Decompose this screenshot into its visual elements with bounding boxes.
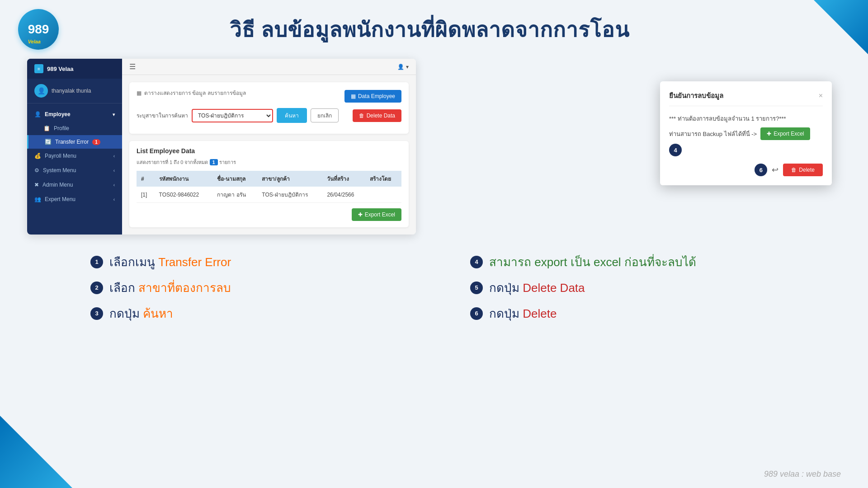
instruction-text-3: กดปุ่ม ค้นหา xyxy=(109,304,173,323)
step-circle-1: 1 xyxy=(90,256,103,268)
filter-section: ▦ ตารางแสดงรายการ ข้อมูล ลบรายการข้อมูล … xyxy=(129,82,409,134)
cancel-button[interactable]: ยกเลิก xyxy=(311,108,339,122)
topbar-user-icon: 👤 xyxy=(397,64,404,70)
col-branch: สาขา/ลูกค้า xyxy=(257,171,322,187)
col-date: วันที่สร้าง xyxy=(322,171,365,187)
instruction-item-5: 5 กดปุ่ม Delete Data xyxy=(470,278,814,297)
brand-icon: ≡ xyxy=(34,64,43,73)
cell-num: [1] xyxy=(137,187,155,203)
dialog-close-button[interactable]: × xyxy=(819,92,823,100)
sidebar-brand: ≡ 989 Velaa xyxy=(27,59,122,79)
sidebar-subitem-profile[interactable]: 📋 Profile xyxy=(27,122,122,135)
employee-data-table: # รหัสพนักงาน ชื่อ-นามสกุล สาขา/ลูกค้า ว… xyxy=(137,171,401,203)
employee-icon: 👤 xyxy=(34,111,41,117)
dialog-cancel-icon[interactable]: ↩ xyxy=(772,165,778,175)
user-dropdown-button[interactable]: 👤 ▾ xyxy=(397,64,409,70)
page-footer: 989 velaa : web base xyxy=(764,469,841,479)
data-employee-button[interactable]: ▦ Data Employee xyxy=(344,90,401,103)
col-created-by: สร้างโดย xyxy=(365,171,401,187)
data-employee-btn-label: Data Employee xyxy=(358,93,395,99)
profile-icon: 📋 xyxy=(43,125,50,131)
breadcrumb: ▦ ตารางแสดงรายการ ข้อมูล ลบรายการข้อมูล xyxy=(137,89,246,97)
instruction-text-1: เลือกเมนู Transfer Error xyxy=(109,253,231,271)
admin-icon: ✖ xyxy=(34,182,39,188)
corner-decoration-bottom-left xyxy=(0,416,72,488)
dialog-export-btn-label: Export Excel xyxy=(774,131,804,137)
dialog-delete-button[interactable]: 🗑 Delete xyxy=(783,164,823,176)
app-window: ≡ 989 Velaa 👤 thanyalak thunla 👤 Employe… xyxy=(27,59,416,235)
instructions-section: 1 เลือกเมนู Transfer Error 4 สามารถ expo… xyxy=(0,244,868,332)
highlight-search: ค้นหา xyxy=(143,307,173,320)
instruction-item-3: 3 กดปุ่ม ค้นหา xyxy=(90,304,434,323)
sidebar-subitem-transfer-error[interactable]: 🔄 Transfer Error 1 xyxy=(27,135,122,149)
user-avatar-icon: 👤 xyxy=(34,84,48,98)
instruction-item-2: 2 เลือก สาขาที่ตองการลบ xyxy=(90,278,434,297)
sidebar-brand-name: 989 Velaa xyxy=(47,66,74,72)
sidebar-user: 👤 thanyalak thunla xyxy=(27,79,122,103)
instruction-text-5: กดปุ่ม Delete Data xyxy=(489,278,585,297)
sidebar-item-expert[interactable]: 👥 Expert Menu ‹ xyxy=(27,192,122,206)
col-name: ชื่อ-นามสกุล xyxy=(212,171,257,187)
expert-icon: 👥 xyxy=(34,196,41,202)
step-6-circle: 6 xyxy=(755,164,767,176)
branch-filter-select[interactable]: TOS-ฝ่ายบฎิบัติการ xyxy=(192,109,273,122)
dialog-excel-icon: ✚ xyxy=(767,131,771,137)
dialog-footer: 6 ↩ 🗑 Delete xyxy=(669,164,823,176)
cell-name: กาญตา อรัน xyxy=(212,187,257,203)
highlight-delete-data: Delete Data xyxy=(523,281,585,295)
search-button[interactable]: ค้นหา xyxy=(277,108,307,123)
highlight-export: สามารถ export เป็น excel ก่อนที่จะลบได้ xyxy=(489,255,696,269)
sidebar-item-employee-label: Employee xyxy=(45,111,71,117)
page-title: วิธี ลบข้อมูลพนักงานที่ผิดพลาดจากการโอน xyxy=(63,13,841,46)
transfer-error-icon: 🔄 xyxy=(45,139,52,145)
breadcrumb-text: ตารางแสดงรายการ ข้อมูล ลบรายการข้อมูล xyxy=(144,89,246,97)
sidebar-item-admin-label: Admin Menu xyxy=(42,182,73,188)
sidebar-item-payroll[interactable]: 💰 Payroll Menu ‹ xyxy=(27,149,122,163)
main-panel: ☰ 👤 ▾ ▦ ตารางแสดงรายการ ข้อมูล ลบรายการข… xyxy=(122,59,416,235)
transfer-error-badge: 1 xyxy=(92,139,100,145)
table-small-icon: ▦ xyxy=(351,93,356,99)
chevron-down-icon: ▾ xyxy=(113,112,115,117)
dialog-message-line2: ท่านสามารถ Backup ไฟล์ได้ที่นี่ -> ✚ Exp… xyxy=(669,127,823,156)
footer-text: 989 velaa : web base xyxy=(764,469,841,479)
logo-text: 989 xyxy=(28,23,49,36)
filter-label: ระบุสาขาในการค้นหา xyxy=(137,111,188,120)
delete-data-button[interactable]: 🗑 Delete Data xyxy=(353,109,401,122)
page-header: 989 Velaa วิธี ลบข้อมูลพนักงานที่ผิดพลาด… xyxy=(0,0,868,54)
excel-icon: ✚ xyxy=(358,211,363,218)
table-count-badge: 1 xyxy=(210,159,218,165)
dialog-title: ยืนยันการลบข้อมูล xyxy=(669,90,723,101)
delete-data-btn-label: Delete Data xyxy=(367,113,395,119)
filter-row: ระบุสาขาในการค้นหา TOS-ฝ่ายบฎิบัติการ ค้… xyxy=(137,108,401,123)
sidebar-item-admin[interactable]: ✖ Admin Menu ‹ xyxy=(27,178,122,192)
sidebar-item-payroll-label: Payroll Menu xyxy=(45,153,76,159)
sidebar-item-system[interactable]: ⚙ System Menu ‹ xyxy=(27,163,122,178)
table-footer: ✚ Export Excel xyxy=(137,208,401,221)
instruction-text-4: สามารถ export เป็น excel ก่อนที่จะลบได้ xyxy=(489,253,696,271)
instruction-item-1: 1 เลือกเมนู Transfer Error xyxy=(90,253,434,271)
col-num: # xyxy=(137,171,155,187)
table-row: [1] TOS02-9846022 กาญตา อรัน TOS-ฝ่ายบฎิ… xyxy=(137,187,401,203)
logo-circle: 989 Velaa xyxy=(18,9,59,50)
admin-chevron-icon: ‹ xyxy=(113,183,115,188)
highlight-transfer-error: Transfer Error xyxy=(158,255,231,269)
expert-chevron-icon: ‹ xyxy=(113,197,115,202)
table-info: แสดงรายการที่ 1 ถึง 0 จากทั้งหมด 1 รายกา… xyxy=(137,158,401,166)
app-window-wrapper: ≡ 989 Velaa 👤 thanyalak thunla 👤 Employe… xyxy=(27,59,841,235)
breadcrumb-row: ▦ ตารางแสดงรายการ ข้อมูล ลบรายการข้อมูล … xyxy=(137,89,401,103)
payroll-chevron-icon: ‹ xyxy=(113,154,115,159)
sidebar-item-expert-label: Expert Menu xyxy=(45,196,75,202)
step-circle-6: 6 xyxy=(470,307,483,320)
sidebar-username: thanyalak thunla xyxy=(52,88,91,94)
dialog-export-button[interactable]: ✚ Export Excel xyxy=(760,127,810,140)
confirm-dialog: ยืนยันการลบข้อมูล × *** ท่านต้องการลบข้อ… xyxy=(660,81,832,185)
export-excel-button[interactable]: ✚ Export Excel xyxy=(352,208,401,221)
instruction-item-4: 4 สามารถ export เป็น excel ก่อนที่จะลบได… xyxy=(470,253,814,271)
table-section: List Employee Data แสดงรายการที่ 1 ถึง 0… xyxy=(129,141,409,227)
hamburger-icon[interactable]: ☰ xyxy=(129,62,136,71)
instruction-text-2: เลือก สาขาที่ตองการลบ xyxy=(109,278,231,297)
sidebar-subitem-transfer-error-label: Transfer Error xyxy=(55,139,89,145)
table-icon: ▦ xyxy=(137,90,142,96)
sidebar-item-employee[interactable]: 👤 Employee ▾ xyxy=(27,107,122,122)
topbar-user-chevron: ▾ xyxy=(406,64,409,70)
